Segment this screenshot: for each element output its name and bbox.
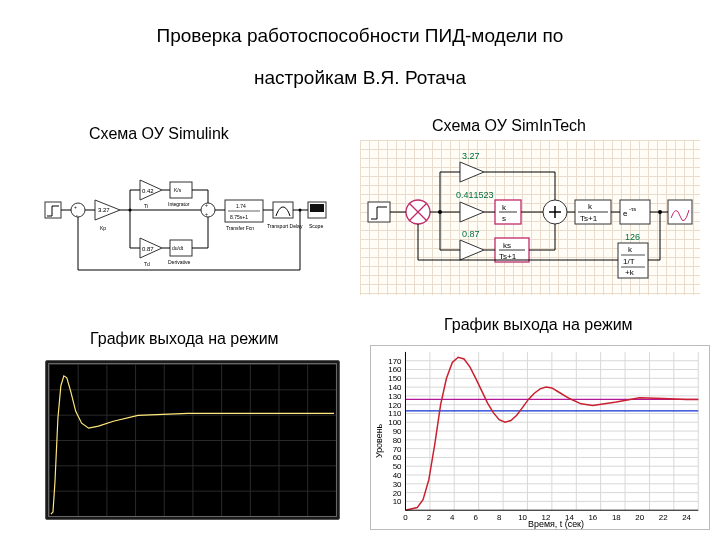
figure-simintech-diagram: 3.27 0.411523 0.87 k s ks Ts+1 k Ts+1 e — [360, 140, 700, 295]
svg-text:K/s: K/s — [174, 187, 182, 193]
caption-simintech-plot: График выхода на режим — [444, 316, 633, 334]
svg-text:18: 18 — [612, 513, 621, 522]
svg-text:+: + — [205, 211, 208, 217]
svg-text:50: 50 — [393, 462, 402, 471]
svg-text:22: 22 — [659, 513, 668, 522]
svg-text:120: 120 — [388, 401, 402, 410]
svg-text:s: s — [502, 214, 506, 223]
svg-text:140: 140 — [388, 383, 402, 392]
svg-text:150: 150 — [388, 374, 402, 383]
svg-text:8.75s+1: 8.75s+1 — [230, 214, 248, 220]
svg-rect-28 — [310, 204, 324, 212]
svg-text:+: + — [74, 204, 77, 210]
svg-text:Scope: Scope — [309, 223, 323, 229]
svg-text:10: 10 — [393, 497, 402, 506]
slide-title: Проверка работоспособности ПИД-модели по… — [125, 15, 595, 99]
svg-text:3.27: 3.27 — [98, 207, 110, 213]
caption-simulink-scheme: Схема ОУ Simulink — [89, 125, 229, 143]
svg-text:0.87: 0.87 — [462, 229, 480, 239]
svg-text:126: 126 — [625, 232, 640, 242]
y-axis-label: Уровень — [374, 423, 384, 458]
svg-text:0.411523: 0.411523 — [456, 190, 494, 200]
svg-text:80: 80 — [393, 436, 402, 445]
svg-text:Derivative: Derivative — [168, 259, 190, 265]
figure-simintech-output: 024681012141618202224 102030405060708090… — [370, 345, 710, 530]
svg-text:20: 20 — [393, 489, 402, 498]
svg-text:ks: ks — [503, 241, 511, 250]
svg-text:170: 170 — [388, 357, 402, 366]
figure-simulink-scope — [45, 360, 340, 520]
figure-simulink-diagram: + - 3.27 Kp 0.42 Ti K/s Integrator 0.87 … — [40, 160, 338, 280]
svg-point-17 — [201, 203, 215, 217]
svg-text:3.27: 3.27 — [462, 151, 480, 161]
svg-text:100: 100 — [388, 418, 402, 427]
svg-text:Integrator: Integrator — [168, 201, 190, 207]
svg-text:60: 60 — [393, 453, 402, 462]
svg-text:6: 6 — [474, 513, 479, 522]
svg-text:90: 90 — [393, 427, 402, 436]
svg-text:Transport Delay: Transport Delay — [267, 223, 303, 229]
x-axis-label: Время, t (сек) — [528, 519, 584, 529]
svg-text:10: 10 — [518, 513, 527, 522]
svg-text:4: 4 — [450, 513, 455, 522]
caption-simintech-scheme: Схема ОУ SimInTech — [432, 117, 586, 135]
svg-text:110: 110 — [388, 409, 402, 418]
svg-text:30: 30 — [393, 480, 402, 489]
svg-text:0.42: 0.42 — [142, 188, 154, 194]
svg-text:1/T: 1/T — [623, 257, 635, 266]
svg-text:Ts+1: Ts+1 — [580, 214, 598, 223]
svg-text:8: 8 — [497, 513, 502, 522]
svg-text:16: 16 — [588, 513, 597, 522]
svg-text:0: 0 — [403, 513, 408, 522]
svg-text:70: 70 — [393, 445, 402, 454]
svg-text:du/dt: du/dt — [172, 245, 184, 251]
svg-text:130: 130 — [388, 392, 402, 401]
svg-text:Td: Td — [144, 261, 150, 267]
svg-text:160: 160 — [388, 365, 402, 374]
title-line2: настройкам В.Я. Ротача — [254, 67, 466, 88]
svg-text:Kp: Kp — [100, 225, 106, 231]
svg-text:Ti: Ti — [144, 203, 148, 209]
svg-text:24: 24 — [682, 513, 691, 522]
svg-text:-τs: -τs — [629, 206, 636, 212]
svg-text:e: e — [623, 209, 628, 218]
svg-text:+k: +k — [625, 268, 635, 277]
svg-text:0.87: 0.87 — [142, 246, 154, 252]
svg-text:1.74: 1.74 — [236, 203, 246, 209]
title-line1: Проверка работоспособности ПИД-модели по — [157, 25, 564, 46]
svg-text:40: 40 — [393, 471, 402, 480]
svg-text:20: 20 — [635, 513, 644, 522]
svg-text:Transfer Fcn: Transfer Fcn — [226, 225, 254, 231]
caption-simulink-plot: График выхода на режим — [90, 330, 279, 348]
svg-text:2: 2 — [427, 513, 431, 522]
